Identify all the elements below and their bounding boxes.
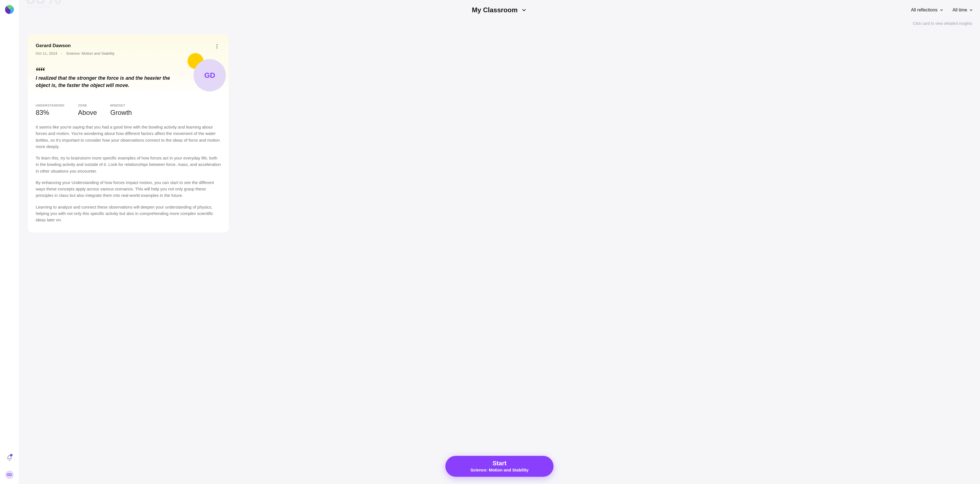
metric-zone: ZONE Above (78, 104, 97, 117)
filter-reflections-label: All reflections (911, 8, 937, 13)
hint-text: Click card to view detailed insights (19, 20, 980, 25)
chevron-down-icon (939, 8, 944, 12)
metric-mindset: MINDSET Growth (110, 104, 132, 117)
notifications-button[interactable] (6, 454, 13, 462)
reflection-card[interactable]: Gerard Dawson Oct 11, 2024 • Science: Mo… (28, 35, 229, 233)
svg-point-2 (216, 48, 217, 48)
feedback-paragraph: Learning to analyze and connect these ob… (36, 204, 221, 223)
sidebar: GD (0, 0, 19, 484)
metric-value: Growth (110, 109, 132, 117)
kebab-icon (216, 44, 218, 49)
metric-value: Above (78, 109, 97, 117)
student-name: Gerard Dawson (36, 43, 221, 49)
metric-understanding: UNDERSTANDING 83% (36, 104, 65, 117)
page-title: My Classroom (472, 6, 518, 14)
chevron-down-icon (521, 7, 527, 13)
avatar-illustration: GD (188, 53, 226, 92)
feedback-paragraph: By enhancing your Understanding of how f… (36, 179, 221, 199)
main-content: 83% avg for all time My Classroom All re… (19, 0, 980, 484)
metric-label: ZONE (78, 104, 97, 107)
metric-label: MINDSET (110, 104, 132, 107)
meta-separator-icon: • (61, 52, 62, 55)
topbar: My Classroom All reflections All time (19, 0, 980, 20)
metric-label: UNDERSTANDING (36, 104, 65, 107)
svg-point-1 (216, 46, 217, 46)
student-quote: I realized that the stronger the force i… (36, 75, 171, 89)
classroom-selector[interactable]: My Classroom (472, 6, 527, 14)
metrics-row: UNDERSTANDING 83% ZONE Above MINDSET Gro… (28, 95, 229, 121)
svg-point-0 (216, 44, 217, 45)
feedback-paragraph: To learn this, try to brainstorm more sp… (36, 155, 221, 174)
filter-time[interactable]: All time (953, 8, 973, 13)
chevron-down-icon (969, 8, 973, 12)
user-avatar[interactable]: GD (5, 471, 14, 479)
start-button-label: Start (471, 460, 528, 467)
filter-reflections[interactable]: All reflections (911, 8, 943, 13)
app-logo-icon[interactable] (5, 5, 14, 14)
filter-time-label: All time (953, 8, 967, 13)
notification-dot-icon (10, 454, 13, 456)
card-subject: Science: Motion and Stability (66, 51, 115, 56)
card-date: Oct 11, 2024 (36, 51, 57, 56)
metric-value: 83% (36, 109, 65, 117)
feedback-paragraph: It seems like you're saying that you had… (36, 124, 221, 150)
feedback-body: It seems like you're saying that you had… (28, 121, 229, 233)
student-avatar: GD (194, 59, 226, 92)
start-button-subject: Science: Motion and Stability (471, 468, 528, 472)
card-menu-button[interactable] (214, 43, 220, 50)
start-button[interactable]: Start Science: Motion and Stability (445, 456, 554, 477)
quote-mark-icon: ““ (36, 68, 171, 73)
